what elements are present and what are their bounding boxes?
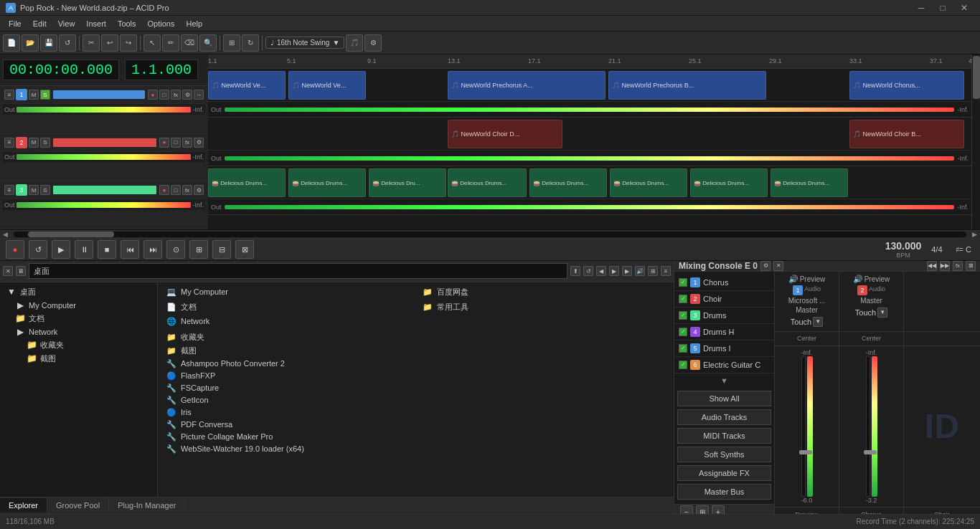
segment-3-3[interactable]: 🥁 Delicious Dru... [369,168,446,197]
expand-track-1[interactable]: ≡ [4,90,14,100]
tab-groove-pool[interactable]: Groove Pool [47,498,109,513]
segment-3-7[interactable]: 🥁 Delicious Drums... [690,168,768,197]
mute-2[interactable]: M [29,138,39,148]
ch-check-2[interactable]: ✓ [679,295,687,303]
file-picturecollage[interactable]: 🔧 Picture Collage Maker Pro [161,431,671,443]
explorer-path-input[interactable]: 桌面 [29,263,567,279]
list-view[interactable]: ≡ [661,266,671,276]
render[interactable]: ⊠ [235,240,254,259]
open-button[interactable]: 📂 [22,34,39,52]
touch-dropdown-2[interactable]: ▼ [877,308,887,318]
hscroll-track[interactable] [14,232,966,237]
file-docs[interactable]: 📄 文档 [161,300,415,314]
segment-1-3[interactable]: 🎵 NewWorld Prechorus A... [448,71,606,100]
fader-thumb-2[interactable] [864,450,877,454]
ch-chorus[interactable]: ✓ 1 Chorus [674,275,774,291]
play-button[interactable]: ▶ [52,240,70,259]
assignable-fx-button[interactable]: Assignable FX [677,465,771,481]
menu-file[interactable]: File [3,18,27,29]
vscroll-thumb[interactable] [973,56,980,99]
segment-1-5[interactable]: 🎵 NewWorld Chorus... [849,71,964,100]
file-iris[interactable]: 🔵 Iris [161,406,671,419]
menu-options[interactable]: Options [142,18,181,29]
auto-preview[interactable]: 🔊 [635,266,645,276]
punch-in[interactable]: ⊙ [166,240,185,259]
undo-button[interactable]: ↩ [101,34,118,52]
ch-drumsh[interactable]: ✓ 4 Drums H [674,324,774,340]
maximize-button[interactable]: □ [933,1,953,14]
ch-check-3[interactable]: ✓ [679,311,687,320]
tree-screenshots[interactable]: 📁 截图 [3,352,154,366]
show-all-button[interactable]: Show All [677,391,771,406]
vertical-scrollbar[interactable] [971,54,980,229]
fwd[interactable]: ▶ [609,266,619,276]
close-button[interactable]: ✕ [954,1,974,14]
new-button[interactable]: 📄 [3,34,20,52]
vol-fader-2[interactable] [53,138,156,147]
back[interactable]: ◀ [596,266,606,276]
menu-insert[interactable]: Insert [80,18,112,29]
erase-tool[interactable]: ⌫ [181,34,198,52]
segment-3-2[interactable]: 🥁 Delicious Drums... [288,168,366,197]
refresh[interactable]: ↺ [583,266,593,276]
file-network[interactable]: 🌐 Network [161,315,415,328]
cut-button[interactable]: ✂ [83,34,100,52]
minimize-button[interactable]: ─ [911,1,931,14]
fader-track-1[interactable] [801,356,806,497]
pan-1[interactable]: ↔ [194,90,204,100]
audio-tracks-button[interactable]: Audio Tracks [677,409,771,425]
segment-2-1[interactable]: 🎵 NewWorld Choir D... [448,120,562,148]
menu-view[interactable]: View [52,18,81,29]
rewind-button[interactable]: ⏮ [121,240,139,259]
ch-check-4[interactable]: ✓ [679,328,687,336]
menu-tools[interactable]: Tools [112,18,142,29]
solo-2[interactable]: S [40,138,50,148]
vol-fader-1[interactable] [53,90,145,99]
solo-3[interactable]: S [40,185,50,195]
soft-synths-button[interactable]: Soft Synths [677,447,771,462]
expand-track-2[interactable]: ≡ [4,138,14,148]
segment-1-2[interactable]: 🎵 NewWorld Ve... [288,71,366,100]
ch-check-6[interactable]: ✓ [679,361,687,369]
segment-1-4[interactable]: 🎵 NewWorld Prechorus B... [608,71,766,100]
vol-fader-3[interactable] [53,186,156,194]
ch-check-1[interactable]: ✓ [679,278,687,287]
stop-button[interactable]: ■ [98,240,116,259]
settings-button[interactable]: ⚙ [364,34,382,52]
tab-plugin-manager[interactable]: Plug-In Manager [109,498,185,513]
env-3[interactable]: ⚙ [194,185,204,195]
tab-explorer[interactable]: Explorer [0,498,47,513]
file-favorites[interactable]: 📁 收藏夹 [161,330,671,344]
go-up[interactable]: ⬆ [570,266,580,276]
select-tool[interactable]: ↖ [143,34,161,52]
fx-2[interactable]: fx [182,138,192,148]
play-preview[interactable]: ▶ [622,266,632,276]
env-2[interactable]: ⚙ [194,138,204,148]
mix-prev[interactable]: ◀◀ [927,261,937,271]
arm-1[interactable]: ● [148,90,158,100]
expand-track-3[interactable]: ≡ [4,185,14,195]
tree-docs[interactable]: 📁 文档 [3,312,154,325]
file-tools[interactable]: 📁 常用工具 [417,300,672,314]
mute-3[interactable]: M [29,185,39,195]
solo-1[interactable]: S [40,90,50,100]
mute-1[interactable]: M [29,90,39,100]
tree-favorites[interactable]: 📁 收藏夹 [3,338,154,352]
segment-3-6[interactable]: 🥁 Delicious Drums... [610,168,687,197]
ff-button[interactable]: ⏭ [143,240,162,259]
monitor-3[interactable]: □ [171,185,181,195]
undo-last[interactable]: ↺ [59,34,76,52]
midi-tracks-button[interactable]: MIDI Tracks [677,428,771,444]
channel-scroll-down[interactable]: ▼ [674,373,774,388]
file-screenshots[interactable]: 📁 截图 [161,344,671,358]
mix-fx[interactable]: fx [953,261,963,271]
tree-desktop[interactable]: ▼ 桌面 [3,285,154,299]
save-button[interactable]: 💾 [40,34,57,52]
hscroll-thumb[interactable] [28,232,114,237]
segment-3-8[interactable]: 🥁 Delicious Drums... [771,168,848,197]
grid-view[interactable]: ⊞ [648,266,658,276]
fader-track-2[interactable] [866,356,870,497]
segment-3-4[interactable]: 🥁 Delicious Drums... [448,168,527,197]
file-pdfconversa[interactable]: 🔧 PDF Conversa [161,419,671,431]
monitor-2[interactable]: □ [171,138,181,148]
